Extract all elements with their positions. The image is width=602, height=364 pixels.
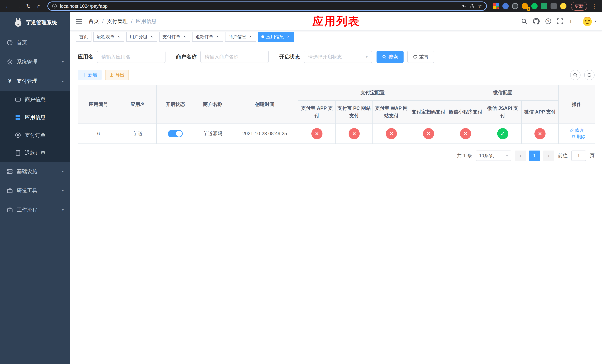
extension-icon-green-square[interactable] bbox=[541, 3, 547, 9]
breadcrumb-home[interactable]: 首页 bbox=[88, 18, 99, 25]
help-icon[interactable]: ? bbox=[545, 18, 551, 24]
close-icon[interactable]: × bbox=[286, 34, 291, 39]
goto-page-input[interactable] bbox=[571, 150, 586, 161]
cell-wechat-jsapi: ✓ bbox=[484, 124, 521, 144]
hamburger-icon[interactable] bbox=[76, 18, 83, 24]
sidebar-item-system[interactable]: 系统管理 ▾ bbox=[0, 52, 70, 72]
tab-merchant-info[interactable]: 商户信息 × bbox=[225, 32, 256, 42]
sidebar-item-refund-order[interactable]: 退款订单 bbox=[0, 144, 70, 162]
app-logo: 芋道管理系统 bbox=[0, 12, 70, 33]
close-icon[interactable]: × bbox=[215, 34, 220, 39]
chrome-update-button[interactable]: 更新 bbox=[571, 2, 587, 11]
font-size-icon[interactable]: TT bbox=[569, 18, 576, 24]
sidebar-item-label: 系统管理 bbox=[17, 58, 37, 65]
bookmark-star-icon[interactable]: ☆ bbox=[478, 3, 483, 9]
extension-icon-orange[interactable]: 1 bbox=[522, 3, 528, 9]
sidebar-item-merchant-info[interactable]: 商户信息 bbox=[0, 91, 70, 108]
extension-icon-blue[interactable] bbox=[502, 3, 509, 9]
extensions-tray: 10 1 bbox=[491, 3, 569, 9]
toggle-search-button[interactable] bbox=[570, 70, 580, 80]
close-icon[interactable]: × bbox=[248, 34, 253, 39]
reset-button[interactable]: 重置 bbox=[407, 51, 434, 63]
app-name-input[interactable] bbox=[101, 54, 161, 60]
search-icon[interactable] bbox=[521, 18, 527, 24]
github-icon[interactable] bbox=[533, 18, 540, 25]
tab-user-group[interactable]: 用户分组 × bbox=[126, 32, 157, 42]
home-button[interactable]: ⌂ bbox=[34, 1, 44, 11]
refresh-button[interactable] bbox=[584, 70, 595, 80]
toolbar: 新增 导出 bbox=[78, 70, 595, 80]
cell-alipay-app: × bbox=[298, 124, 336, 144]
extension-icon-mosaic[interactable]: 10 bbox=[493, 3, 499, 9]
navbar-actions: ? TT ▾ bbox=[521, 16, 596, 27]
page-number-button[interactable]: 1 bbox=[529, 150, 540, 161]
sidebar-item-label: 支付管理 bbox=[17, 78, 37, 85]
tab-pay-order[interactable]: 支付订单 × bbox=[159, 32, 190, 42]
tab-app-info[interactable]: 应用信息 × bbox=[258, 32, 294, 42]
extension-badge: 10 bbox=[496, 7, 499, 9]
sidebar-item-label: 商户信息 bbox=[25, 96, 45, 103]
col-header-alipay-wap: 支付宝 WAP 网站支付 bbox=[373, 101, 410, 124]
disabled-cross-icon: × bbox=[534, 128, 546, 139]
reload-button[interactable]: ↻ bbox=[24, 1, 33, 11]
status-select-input[interactable] bbox=[308, 54, 364, 60]
user-menu[interactable]: ▾ bbox=[582, 16, 596, 27]
app-name-field[interactable] bbox=[97, 51, 165, 63]
sidebar-item-payment[interactable]: ¥ 支付管理 ▴ bbox=[0, 72, 70, 91]
extension-icon-gray-square[interactable] bbox=[550, 3, 557, 9]
tab-label: 支付订单 bbox=[162, 34, 180, 40]
chrome-menu-button[interactable]: ⋮ bbox=[589, 1, 599, 11]
col-header-app-name: 应用名 bbox=[119, 85, 156, 124]
sidebar-item-pay-order[interactable]: 支付订单 bbox=[0, 126, 70, 144]
col-header-alipay-pc: 支付宝 PC 网站支付 bbox=[336, 101, 373, 124]
sidebar-item-infrastructure[interactable]: 基础设施 ▾ bbox=[0, 162, 70, 181]
chevron-down-icon: ▾ bbox=[62, 208, 64, 212]
delete-link-label: 删除 bbox=[577, 134, 586, 139]
disabled-cross-icon: × bbox=[349, 128, 360, 139]
password-key-icon[interactable] bbox=[461, 3, 467, 9]
extension-icon-dark-circle[interactable] bbox=[512, 3, 518, 9]
add-button[interactable]: 新增 bbox=[78, 70, 101, 80]
sidebar-item-workflow[interactable]: 工作流程 ▾ bbox=[0, 200, 70, 220]
app-name-label: 应用名 bbox=[78, 53, 93, 60]
tab-refund-order[interactable]: 退款订单 × bbox=[192, 32, 223, 42]
merchant-name-field[interactable] bbox=[200, 51, 269, 63]
tab-label: 流程表单 bbox=[97, 34, 114, 40]
sidebar-item-label: 支付订单 bbox=[25, 132, 45, 139]
close-icon[interactable]: × bbox=[149, 34, 154, 39]
delete-link[interactable]: 删除 bbox=[571, 134, 586, 139]
status-select[interactable]: ▾ bbox=[304, 51, 372, 63]
next-page-button[interactable]: › bbox=[543, 150, 554, 161]
share-icon[interactable] bbox=[470, 3, 475, 9]
close-icon[interactable]: × bbox=[116, 34, 121, 39]
disabled-cross-icon: × bbox=[423, 128, 434, 139]
pay-order-icon bbox=[15, 132, 21, 138]
tab-home[interactable]: 首页 bbox=[76, 32, 91, 42]
forward-button[interactable]: → bbox=[13, 1, 23, 11]
close-icon[interactable]: × bbox=[182, 34, 187, 39]
sidebar-item-label: 首页 bbox=[17, 39, 27, 46]
search-button[interactable]: 搜索 bbox=[376, 51, 404, 63]
edit-link[interactable]: 修改 bbox=[570, 127, 584, 133]
total-count: 共 1 条 bbox=[457, 152, 472, 159]
export-button[interactable]: 导出 bbox=[105, 70, 129, 80]
tab-process-form[interactable]: 流程表单 × bbox=[93, 32, 124, 42]
status-toggle[interactable] bbox=[168, 130, 183, 137]
site-info-icon[interactable] bbox=[52, 3, 57, 9]
page-size-value: 10条/页 bbox=[479, 153, 494, 159]
svg-text:?: ? bbox=[547, 20, 549, 23]
chevron-down-icon: ▾ bbox=[366, 55, 368, 59]
address-bar[interactable]: localhost:1024/pay/app ☆ bbox=[47, 1, 487, 11]
back-button[interactable]: ← bbox=[3, 1, 13, 11]
cell-wechat-mini: × bbox=[447, 124, 484, 144]
fullscreen-icon[interactable] bbox=[557, 18, 563, 24]
sidebar-item-home[interactable]: 首页 bbox=[0, 33, 70, 52]
extension-icon-wechat[interactable] bbox=[531, 3, 538, 9]
prev-page-button[interactable]: ‹ bbox=[515, 150, 526, 161]
sidebar-item-app-info[interactable]: 应用信息 bbox=[0, 108, 70, 126]
sidebar-item-dev-tools[interactable]: 研发工具 ▾ bbox=[0, 181, 70, 200]
merchant-name-input[interactable] bbox=[205, 54, 264, 60]
extension-icon-emoji[interactable] bbox=[560, 3, 567, 9]
breadcrumb-payment[interactable]: 支付管理 bbox=[107, 18, 128, 25]
page-size-select[interactable]: 10条/页 ▾ bbox=[476, 150, 511, 161]
